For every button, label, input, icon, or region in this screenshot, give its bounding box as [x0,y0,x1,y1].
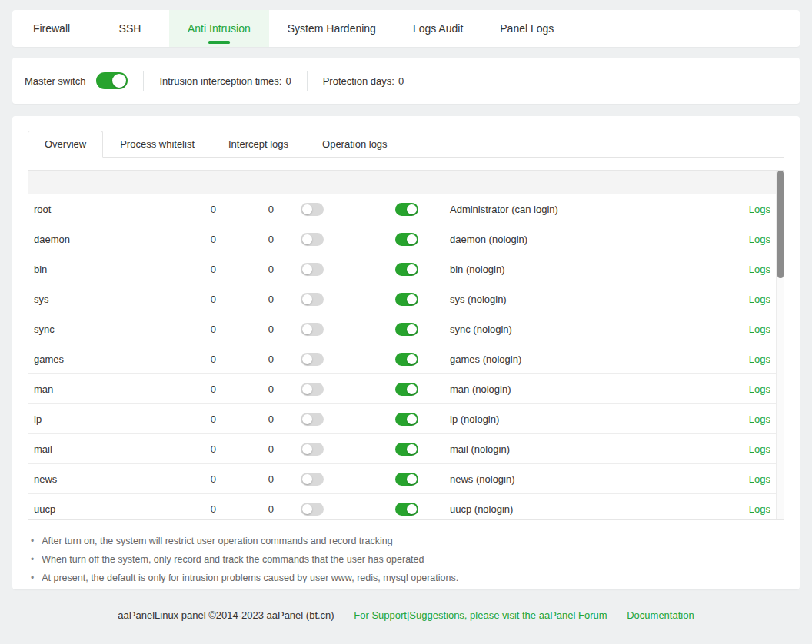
logs-link[interactable]: Logs [749,443,770,455]
cell-today: 0 [216,324,274,335]
forum-link[interactable]: For Support|Suggestions, please visit th… [354,609,607,621]
cell-today: 0 [216,503,274,515]
protection-toggle[interactable] [301,323,324,336]
cell-protection [274,472,385,485]
bullet-icon: • [31,550,34,569]
cell-user: sys [28,294,176,305]
top-tab[interactable]: System Hardening [269,10,394,47]
top-tab[interactable]: SSH [91,10,169,47]
cell-operation: Logs [707,503,776,515]
top-tab[interactable]: Firewall [12,10,91,47]
log-toggle[interactable] [395,233,418,246]
documentation-link[interactable]: Documentation [627,609,694,621]
master-switch-toggle[interactable] [96,72,128,89]
protection-toggle[interactable] [301,383,324,396]
note-item: • At present, the default is only for in… [28,569,784,587]
log-toggle[interactable] [395,323,418,336]
panel-tab[interactable]: Intercept logs [211,131,305,158]
protection-toggle[interactable] [301,263,324,276]
cell-log [385,202,450,215]
cell-total: 0 [176,383,216,395]
cell-protection [274,382,385,395]
cell-remark: games (nologin) [450,354,707,365]
logs-link[interactable]: Logs [749,264,770,275]
page: Firewall SSH Anti Intrusion System Harde… [0,0,812,621]
logs-link[interactable]: Logs [749,503,770,515]
cell-log [385,232,450,245]
table-scrollbar[interactable] [776,171,784,519]
logs-link[interactable]: Logs [749,383,770,395]
cell-operation: Logs [707,383,776,395]
cell-protection [274,202,385,215]
panel-tab-bar: Overview Process whitelist Intercept log… [28,130,784,158]
cell-today: 0 [216,204,274,215]
table-row: daemon 0 0 daemon (nologin) Logs [28,224,776,254]
cell-today: 0 [216,413,274,425]
logs-link[interactable]: Logs [749,324,770,335]
log-toggle[interactable] [395,203,418,216]
page-footer: aaPanelLinux panel ©2014-2023 aaPanel (b… [12,609,800,621]
top-tab-label: Panel Logs [500,22,554,35]
cell-protection [274,412,385,425]
panel-tab[interactable]: Operation logs [305,131,404,158]
cell-log [385,352,450,365]
scrollbar-thumb[interactable] [777,171,784,278]
panel-tab[interactable]: Process whitelist [103,131,211,158]
log-toggle[interactable] [395,443,418,456]
protection-toggle[interactable] [301,473,324,486]
table-row: bin 0 0 bin (nologin) Logs [28,254,776,284]
protection-toggle[interactable] [301,503,324,516]
panel-tab[interactable]: Overview [28,131,103,158]
cell-user: games [28,354,176,365]
table-row: mail 0 0 mail (nologin) Logs [28,433,776,463]
note-text: When turn off the system, only record an… [42,550,424,569]
top-tab[interactable]: Logs Audit [394,10,481,47]
log-toggle[interactable] [395,293,418,306]
cell-protection [274,262,385,275]
protection-toggle[interactable] [301,443,324,456]
cell-operation: Logs [707,234,776,245]
top-tab[interactable]: Panel Logs [481,10,572,47]
cell-protection [274,442,385,455]
logs-link[interactable]: Logs [749,413,770,425]
cell-operation: Logs [707,473,776,485]
table-row: root 0 0 Administrator (can login) Logs [28,194,776,224]
logs-link[interactable]: Logs [749,204,770,215]
cell-today: 0 [216,473,274,485]
log-toggle[interactable] [395,473,418,486]
vertical-divider [143,71,144,91]
logs-link[interactable]: Logs [749,473,770,485]
cell-user: bin [28,264,176,275]
log-toggle[interactable] [395,503,418,516]
protection-toggle[interactable] [301,203,324,216]
logs-link[interactable]: Logs [749,294,770,305]
cell-protection [274,322,385,335]
cell-total: 0 [176,413,216,425]
cell-total: 0 [176,324,216,335]
cell-user: uucp [28,503,176,515]
protection-toggle[interactable] [301,353,324,366]
master-switch-bar: Master switch Intrusion interception tim… [12,58,800,104]
stat-group: Protection days: 0 [291,71,404,91]
protection-toggle[interactable] [301,293,324,306]
log-toggle[interactable] [395,413,418,426]
cell-today: 0 [216,264,274,275]
cell-operation: Logs [707,413,776,425]
cell-remark: man (nologin) [450,383,707,395]
cell-total: 0 [176,443,216,455]
protection-toggle[interactable] [301,413,324,426]
log-toggle[interactable] [395,263,418,276]
bullet-icon: • [31,532,34,550]
protection-toggle[interactable] [301,233,324,246]
log-toggle[interactable] [395,383,418,396]
log-toggle[interactable] [395,353,418,366]
table-row: sys 0 0 sys (nologin) Logs [28,284,776,314]
cell-remark: bin (nologin) [450,264,707,275]
top-tab[interactable]: Anti Intrusion [169,10,269,47]
logs-link[interactable]: Logs [749,234,770,245]
logs-link[interactable]: Logs [749,354,770,365]
panel-tab-label: Overview [45,138,86,150]
panel-tab-label: Process whitelist [120,138,195,150]
stat-value: 0 [285,75,291,87]
cell-today: 0 [216,383,274,395]
